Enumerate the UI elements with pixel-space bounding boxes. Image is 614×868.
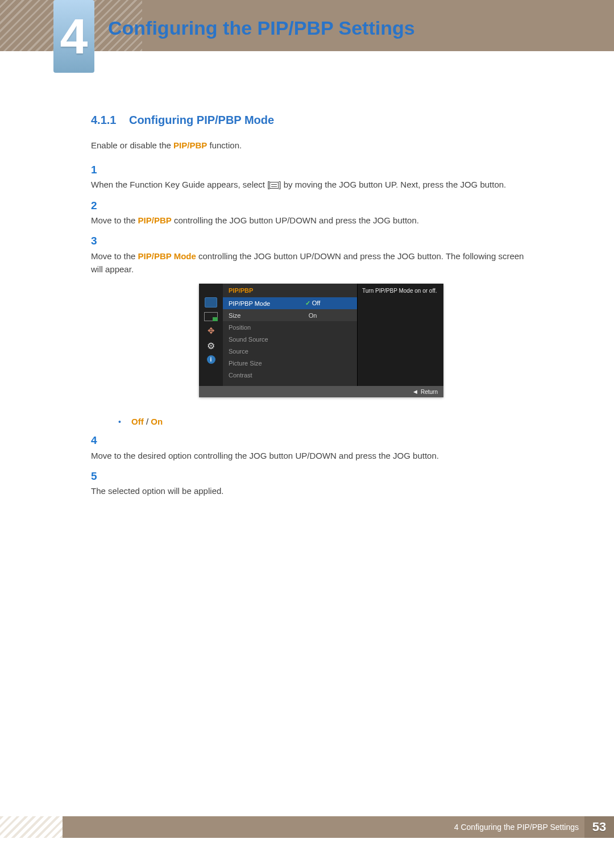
- step-1: 1 When the Function Key Guide appears, s…: [91, 161, 551, 192]
- step-text-a: Move to the: [91, 215, 138, 225]
- osd-row-position[interactable]: Position: [223, 321, 357, 333]
- osd-value: Off: [274, 300, 351, 307]
- osd-label: Source: [229, 348, 274, 355]
- osd-row-picture-size[interactable]: Picture Size: [223, 357, 357, 369]
- section-heading: 4.1.1 Configuring PIP/PBP Mode: [91, 114, 551, 127]
- step-3: 3 Move to the PIP/PBP Mode controlling t…: [91, 232, 551, 276]
- section-number: 4.1.1: [91, 114, 116, 126]
- option-sep: /: [144, 417, 151, 426]
- intro-b: function.: [207, 140, 242, 150]
- osd-help: Turn PIP/PBP Mode on or off.: [357, 284, 443, 386]
- step-num: 4: [91, 432, 106, 448]
- step-num: 5: [91, 468, 106, 484]
- menu-icon: [269, 182, 279, 189]
- osd-row-sound[interactable]: Sound Source: [223, 333, 357, 345]
- osd-footer: ◀ Return: [199, 386, 443, 397]
- osd-label: Size: [229, 312, 274, 319]
- gear-icon: ⚙: [205, 340, 217, 351]
- osd-panel: ✥ ⚙ i PIP/PBP PIP/PBP Mode Off Size On: [199, 284, 443, 397]
- osd-screenshot: ✥ ⚙ i PIP/PBP PIP/PBP Mode Off Size On: [91, 284, 551, 397]
- step-num: 3: [91, 232, 106, 249]
- monitor-icon: [205, 297, 217, 308]
- footer-strip: 4 Configuring the PIP/PBP Settings 53: [63, 816, 614, 838]
- osd-sidebar: ✥ ⚙ i: [199, 284, 223, 386]
- page-number-box: 53: [584, 816, 614, 838]
- osd-row-size[interactable]: Size On: [223, 309, 357, 321]
- page-content: 4.1.1 Configuring PIP/PBP Mode Enable or…: [0, 74, 614, 498]
- osd-return-label[interactable]: Return: [421, 389, 438, 395]
- osd-label: Contrast: [229, 372, 274, 379]
- osd-tip: Turn PIP/PBP Mode on or off.: [358, 284, 443, 298]
- step-text-a: When the Function Key Guide appears, sel…: [91, 180, 269, 189]
- page-header: 4 Configuring the PIP/PBP Settings: [0, 0, 614, 74]
- step-num: 2: [91, 197, 106, 214]
- step-2: 2 Move to the PIP/PBP controlling the JO…: [91, 197, 551, 227]
- step-num: 1: [91, 161, 106, 178]
- section-title: Configuring PIP/PBP Mode: [129, 114, 274, 126]
- osd-row-mode[interactable]: PIP/PBP Mode Off: [223, 297, 357, 309]
- chapter-title: Configuring the PIP/PBP Settings: [108, 17, 415, 39]
- intro-a: Enable or disable the: [91, 140, 173, 150]
- option-off: Off: [131, 417, 144, 426]
- step-text-b: controlling the JOG button UP/DOWN and p…: [172, 215, 419, 225]
- intro-text: Enable or disable the PIP/PBP function.: [91, 140, 551, 150]
- osd-label: PIP/PBP Mode: [229, 300, 274, 307]
- arrows-icon: ✥: [205, 326, 217, 336]
- footer-label: 4 Configuring the PIP/PBP Settings: [454, 823, 579, 832]
- step-5: 5 The selected option will be applied.: [91, 468, 551, 498]
- steps-list-1: 1 When the Function Key Guide appears, s…: [91, 161, 551, 276]
- osd-label: Sound Source: [229, 336, 274, 343]
- option-on: On: [151, 417, 163, 426]
- option-bullet: • Off / On: [118, 417, 551, 426]
- chapter-badge: 4: [53, 0, 94, 73]
- step-text: Move to the desired option controlling t…: [91, 449, 534, 462]
- osd-label: Position: [229, 324, 274, 331]
- step-text: The selected option will be applied.: [91, 484, 534, 497]
- chapter-number: 4: [60, 11, 88, 61]
- osd-row-source[interactable]: Source: [223, 345, 357, 357]
- pip-icon: [204, 312, 218, 321]
- osd-menu: PIP/PBP PIP/PBP Mode Off Size On Positio…: [223, 284, 357, 386]
- bullet-dot-icon: •: [118, 417, 121, 426]
- step-text-b: ] by moving the JOG button UP. Next, pre…: [279, 180, 506, 189]
- info-icon: i: [207, 355, 215, 364]
- steps-list-2: 4 Move to the desired option controlling…: [91, 432, 551, 497]
- footer-stripes: [0, 816, 63, 838]
- osd-row-contrast[interactable]: Contrast: [223, 369, 357, 381]
- step-text-a: Move to the: [91, 251, 138, 261]
- osd-heading: PIP/PBP: [223, 284, 357, 297]
- step-highlight: PIP/PBP Mode: [138, 251, 196, 261]
- triangle-left-icon: ◀: [413, 389, 417, 394]
- page-footer: 4 Configuring the PIP/PBP Settings 53: [0, 816, 614, 838]
- osd-label: Picture Size: [229, 360, 274, 367]
- osd-value: On: [274, 312, 351, 319]
- step-highlight: PIP/PBP: [138, 215, 172, 225]
- intro-highlight: PIP/PBP: [173, 140, 207, 150]
- step-4: 4 Move to the desired option controlling…: [91, 432, 551, 462]
- page-number: 53: [592, 820, 606, 834]
